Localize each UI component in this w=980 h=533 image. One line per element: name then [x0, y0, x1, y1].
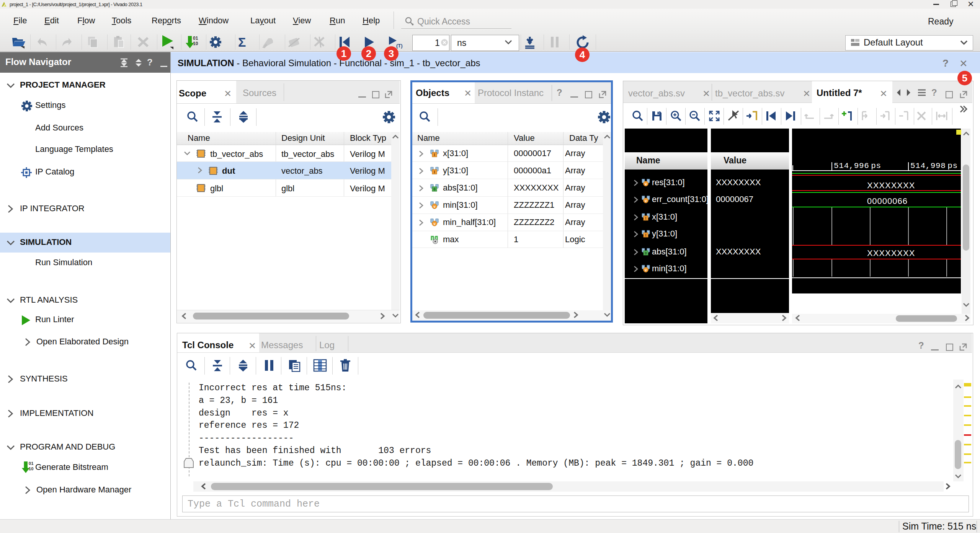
svg-text:10: 10	[29, 466, 34, 471]
svg-text:10: 10	[193, 41, 198, 46]
svg-text:01: 01	[29, 461, 34, 466]
svg-text:01: 01	[193, 36, 198, 41]
svg-text:(T): (T)	[396, 43, 403, 49]
